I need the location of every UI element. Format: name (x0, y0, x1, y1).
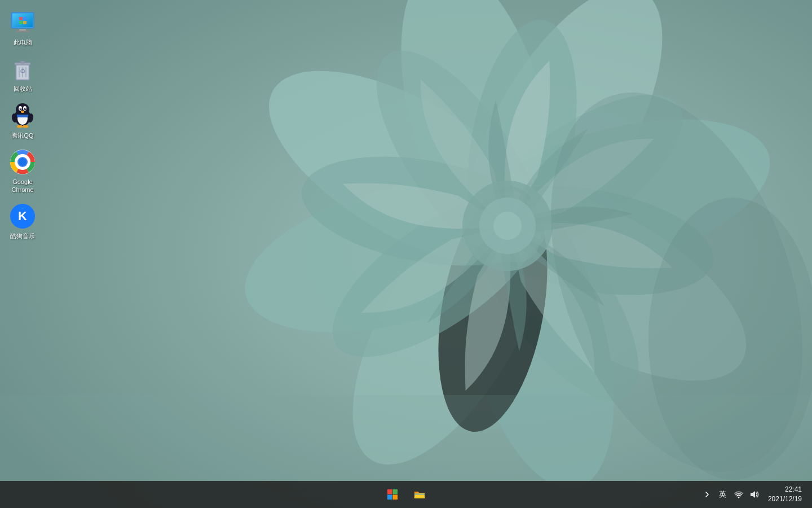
network-icon[interactable] (733, 489, 744, 500)
desktop-icon-google-chrome[interactable]: Google Chrome (1, 145, 44, 198)
clock-date: 2021/12/19 (768, 494, 802, 504)
chrome-label: Google Chrome (5, 178, 41, 194)
volume-icon[interactable] (749, 489, 760, 500)
desktop-icon-my-computer[interactable]: 此电脑 (1, 6, 44, 50)
desktop: 此电脑 ♻ (0, 0, 812, 508)
svg-text:K: K (18, 209, 27, 223)
svg-rect-28 (19, 21, 23, 24)
svg-rect-61 (387, 489, 392, 494)
desktop-icon-kuwo-music[interactable]: K 酷狗音乐 (1, 199, 44, 243)
svg-point-58 (19, 158, 27, 166)
taskbar: 英 22:41 2021 (0, 481, 812, 508)
svg-point-48 (25, 108, 25, 108)
recycle-bin-icon: ♻ (9, 55, 36, 82)
svg-rect-63 (387, 495, 392, 500)
svg-rect-31 (16, 30, 29, 32)
qq-icon (9, 102, 36, 129)
qq-label: 腾讯QQ (11, 132, 33, 139)
svg-point-67 (738, 497, 740, 498)
svg-point-45 (20, 108, 22, 110)
kwmusic-label: 酷狗音乐 (10, 232, 35, 240)
svg-point-54 (23, 125, 28, 128)
file-explorer-button[interactable] (407, 482, 432, 507)
svg-point-19 (493, 212, 522, 240)
svg-point-42 (16, 103, 29, 116)
svg-point-47 (20, 108, 21, 108)
svg-text:♻: ♻ (20, 67, 26, 75)
taskbar-center (380, 482, 432, 507)
taskbar-right: 英 22:41 2021 (702, 484, 805, 505)
svg-rect-66 (414, 493, 425, 495)
svg-rect-62 (393, 489, 398, 494)
tray-expand-button[interactable] (702, 489, 712, 500)
svg-rect-26 (19, 17, 23, 20)
desktop-icon-recycle-bin[interactable]: ♻ 回收站 (1, 52, 44, 96)
svg-rect-38 (20, 61, 25, 63)
language-indicator[interactable]: 英 (717, 488, 729, 501)
svg-point-53 (17, 125, 23, 128)
wallpaper (0, 0, 812, 508)
chrome-icon (9, 148, 36, 176)
clock[interactable]: 22:41 2021/12/19 (765, 484, 805, 505)
start-button[interactable] (380, 482, 405, 507)
my-computer-icon (9, 9, 36, 36)
desktop-icons: 此电脑 ♻ (0, 0, 45, 249)
clock-time: 22:41 (785, 485, 802, 494)
svg-rect-29 (23, 21, 27, 24)
svg-rect-50 (16, 115, 29, 117)
svg-point-46 (24, 108, 27, 110)
svg-rect-27 (23, 17, 27, 20)
svg-point-49 (21, 111, 24, 113)
kwmusic-icon: K (9, 203, 36, 230)
svg-rect-64 (393, 495, 398, 500)
recycle-bin-label: 回收站 (14, 85, 32, 93)
desktop-icon-tencent-qq[interactable]: 腾讯QQ (1, 99, 44, 143)
my-computer-label: 此电脑 (14, 38, 32, 46)
